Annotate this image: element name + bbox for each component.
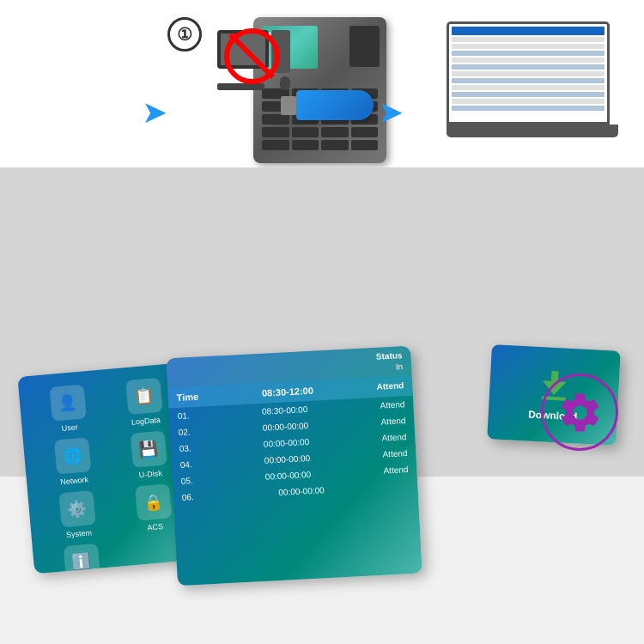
step-badge: ① (167, 17, 202, 52)
menu-item-about[interactable]: ℹ️ About (46, 542, 118, 574)
arrow-2-icon: ➤ (378, 94, 404, 131)
menu-item-network-label: Network (60, 475, 89, 486)
menu-item-logdata-label: LogData (131, 416, 161, 427)
menu-item-system-label: System (66, 528, 93, 539)
settings-gear-icon[interactable] (541, 374, 618, 451)
menu-item-acs-label: ACS (147, 522, 163, 532)
bottom-area: 👤 User 📋 LogData 🌐 Network 💾 U-Disk ⚙️ S… (0, 167, 644, 477)
time-card: Status In Time 08:30-12:00 Attend 01. 08… (166, 346, 422, 586)
menu-item-network[interactable]: 🌐 Network (36, 435, 109, 488)
usb-drive (296, 90, 374, 120)
fingerprint-sensor (349, 26, 380, 67)
time-header: Time (176, 392, 198, 403)
menu-item-system[interactable]: ⚙️ System (40, 489, 113, 541)
no-computer-icon (213, 30, 290, 90)
attend-header: Attend (376, 380, 404, 392)
period-header: 08:30-12:00 (262, 386, 313, 398)
menu-item-udisk-label: U-Disk (138, 469, 162, 479)
top-section: 09:48 ① ➤ (0, 0, 644, 180)
in-header: In (395, 361, 403, 371)
menu-item-user-label: User (61, 422, 78, 433)
laptop (447, 21, 618, 159)
status-header: Status (376, 350, 403, 361)
arrow-1-icon: ➤ (142, 94, 167, 131)
menu-item-user[interactable]: 👤 User (32, 383, 105, 435)
